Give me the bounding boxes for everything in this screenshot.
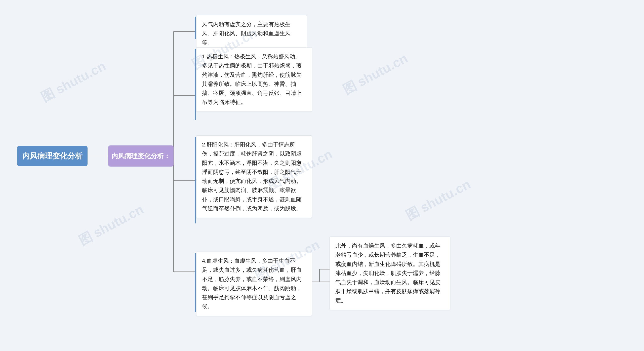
central-node-label: 内风病理变化分析 <box>22 151 83 161</box>
connector-lines <box>0 0 644 351</box>
mindmap-container: 图 shutu.cn 图 shutu.cn 图 shutu.cn 图 shutu… <box>0 0 644 351</box>
content-box-3: 2.肝阳化风：肝阳化风，多由于情志所伤，操劳过度，耗伤肝肾之阴，以致阴虚阳亢，水… <box>196 135 312 218</box>
content-box-3-text: 2.肝阳化风：肝阳化风，多由于情志所伤，操劳过度，耗伤肝肾之阴，以致阴虚阳亢，水… <box>202 141 302 212</box>
content-box-2: 1.热极生风：热极生风，又称热盛风动。多见于热性病的极期，由于邪热炽盛，煎灼津液… <box>196 47 312 112</box>
second-node-label: 内风病理变化分析： <box>111 152 170 161</box>
content-box-5-text: 此外，尚有血燥生风，多由久病耗血，或年老精亏血少，或长期营养缺乏，生血不足，或瘀… <box>335 243 440 304</box>
watermark-1: 图 shutu.cn <box>38 57 109 106</box>
content-box-4: 4.血虚生风：血虚生风，多由于生血不足，或失血过多，或久病耗伤营血，肝血不足，筋… <box>196 252 312 316</box>
second-node: 内风病理变化分析： <box>108 145 174 167</box>
content-box-2-text: 1.热极生风：热极生风，又称热盛风动。多见于热性病的极期，由于邪热炽盛，煎灼津液… <box>202 53 302 105</box>
content-box-1-text: 风气内动有虚实之分，主要有热极生风、肝阳化风、阴虚风动和血虚生风等。 <box>202 21 291 46</box>
content-box-5: 此外，尚有血燥生风，多由久病耗血，或年老精亏血少，或长期营养缺乏，生血不足，或瘀… <box>330 237 450 310</box>
content-box-1: 风气内动有虚实之分，主要有热极生风、肝阳化风、阴虚风动和血虚生风等。 <box>196 15 307 52</box>
watermark-7: 图 shutu.cn <box>403 176 474 225</box>
content-box-4-text: 4.血虚生风：血虚生风，多由于生血不足，或失血过多，或久病耗伤营血，肝血不足，筋… <box>202 258 302 309</box>
watermark-5: 图 shutu.cn <box>75 201 147 250</box>
central-node: 内风病理变化分析 <box>17 146 88 166</box>
watermark-3: 图 shutu.cn <box>340 50 411 99</box>
